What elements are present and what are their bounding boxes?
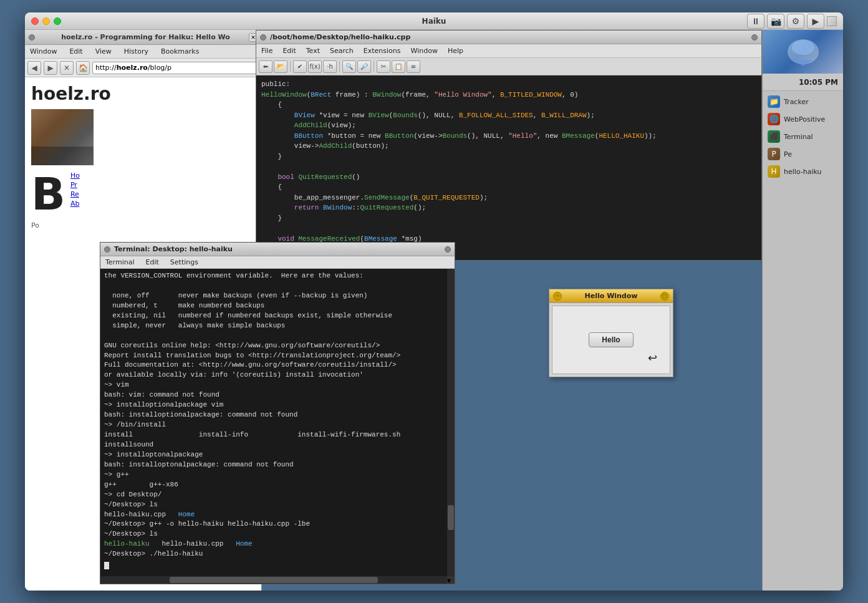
term-line-23: ~/Desktop> ls [104,500,451,510]
terminal-menu-edit[interactable]: Edit [143,257,162,268]
tb-dec[interactable]: ·h [323,60,337,73]
menu-bookmarks[interactable]: Bookmarks [158,46,201,57]
term-line-15: ~> /bin/install [104,420,451,430]
settings-button[interactable]: ⚙ [787,14,804,29]
forward-button[interactable]: ▶ [807,14,824,29]
terminal-close[interactable] [104,246,110,253]
editor-menu-file[interactable]: File [259,46,275,56]
term-cursor-line [104,559,451,569]
term-line-14: bash: installoptionalpackage: command no… [104,410,451,420]
site-image-overlay [31,147,94,165]
hello-button[interactable]: Hello [589,332,633,347]
tb-open[interactable]: 📂 [274,60,287,73]
stop-button[interactable]: ✕ [60,61,74,75]
site-link-re[interactable]: Re [70,190,80,198]
editor-content[interactable]: public: HelloWindow(BRect frame) : BWind… [256,75,761,260]
menu-window[interactable]: Window [27,46,59,57]
tb-clip1[interactable]: ✂ [377,60,390,73]
sidebar-label: Po [31,221,255,229]
mac-titlebar: Haiku ⏸ 📷 ⚙ ▶ [25,12,843,30]
maximize-button[interactable] [54,17,61,25]
code-line-3: { [261,100,756,110]
browser-close[interactable] [29,34,35,41]
tb-find2[interactable]: 🔎 [357,60,371,73]
code-line-7: view->AddChild(button); [261,141,756,152]
hello-maximize[interactable]: □ [660,292,669,301]
hello-minimize[interactable]: − [553,292,562,301]
menu-history[interactable]: History [122,46,151,57]
browser-tab-label: hoelz.ro - Programming for Haiku: Hello … [46,33,245,41]
system-logo [763,30,843,74]
code-line-4: BView *view = new BView(Bounds(), NULL, … [261,110,756,121]
code-line-5: AddChild(view); [261,120,756,131]
back-button[interactable]: ◀ [27,61,41,75]
traffic-lights [31,17,61,25]
terminal-icon: ⬛ [768,130,780,143]
term-line-20: ~> g++ [104,470,451,480]
webpositive-label: WebPositive [784,115,825,123]
system-clock: 10:05 PM [763,74,843,91]
term-line-0: the VERSION_CONTROL environment variable… [104,271,451,281]
term-line-13: ~> installoptionalpackage vim [104,400,451,410]
tb-func[interactable]: f(x) [308,60,322,73]
tb-clip2[interactable]: 📋 [392,60,405,73]
terminal-content[interactable]: the VERSION_CONTROL environment variable… [100,269,455,584]
editor-title: /boot/home/Desktop/hello-haiku.cpp [270,33,748,41]
tb-new[interactable]: ⬅ [259,60,272,73]
editor-menu-search[interactable]: Search [327,46,356,56]
term-line-17: installsound [104,440,451,450]
menu-view[interactable]: View [93,46,114,57]
site-link-ho[interactable]: Ho [70,171,80,180]
hello-haiku-icon: H [768,165,780,178]
term-line-21: g++ g++-x86 [104,480,451,490]
menu-edit[interactable]: Edit [67,46,85,57]
editor-menu-text[interactable]: Text [304,46,322,56]
dock-item-webpositive[interactable]: 🌐 WebPositive [765,111,841,127]
webpositive-icon: 🌐 [768,113,780,125]
terminal-menu-settings[interactable]: Settings [168,257,201,268]
editor-zoom[interactable] [751,34,758,41]
tracker-label: Tracker [784,98,809,106]
editor-menu-extensions[interactable]: Extensions [361,46,403,56]
term-line-9: Full documentation at: <http://www.gnu.o… [104,360,451,370]
editor-window: /boot/home/Desktop/hello-haiku.cpp File … [256,30,762,261]
terminal-menu-terminal[interactable]: Terminal [103,257,137,268]
url-bar[interactable]: http://hoelz.ro/blog/p [92,62,259,74]
hello-title: Hello Window [564,292,658,300]
minimize-button[interactable] [42,17,50,25]
pe-label: Pe [784,150,792,158]
terminal-scrollbar-h[interactable] [100,576,447,584]
editor-menu-help[interactable]: Help [445,46,466,56]
tb-save[interactable]: ✔ [293,60,307,73]
editor-menu-window[interactable]: Window [408,46,440,56]
close-button[interactable] [31,17,39,25]
tb-indent[interactable]: ≡ [407,60,420,73]
home-button[interactable]: 🏠 [76,61,90,75]
editor-menu-edit[interactable]: Edit [280,46,298,56]
scrollbar-down[interactable]: ▾ [447,576,455,584]
svg-point-1 [792,40,814,55]
screenshot-button[interactable]: 📷 [767,14,784,29]
term-line-2: none, off never make backups (even if --… [104,291,451,301]
forward-btn[interactable]: ▶ [44,61,57,75]
resize-button[interactable] [827,16,837,26]
code-line-9 [261,162,756,172]
terminal-zoom[interactable] [445,246,451,253]
pe-icon: P [768,148,780,160]
site-link-ab[interactable]: Ab [70,200,80,208]
editor-close[interactable] [260,34,266,41]
code-line-8: } [261,152,756,162]
dock-item-hello-haiku[interactable]: H hello-haiku [765,163,841,180]
tracker-icon: 📁 [768,95,780,108]
pause-button[interactable]: ⏸ [747,14,764,29]
tb-find[interactable]: 🔍 [342,60,356,73]
dock-item-tracker[interactable]: 📁 Tracker [765,94,841,110]
term-line-5: simple, never always make simple backups [104,321,451,331]
dock-item-pe[interactable]: P Pe [765,146,841,162]
terminal-scrollbar-v[interactable]: ▾ [447,269,455,584]
mac-content: hoelz.ro - Programming for Haiku: Hello … [25,30,843,591]
dock-item-terminal[interactable]: ⬛ Terminal [765,128,841,145]
term-line-28: ~/Desktop> ./hello-haiku [104,549,451,559]
site-link-pr[interactable]: Pr [70,181,80,189]
term-line-19: bash: installoptonalpackage: command not… [104,460,451,470]
